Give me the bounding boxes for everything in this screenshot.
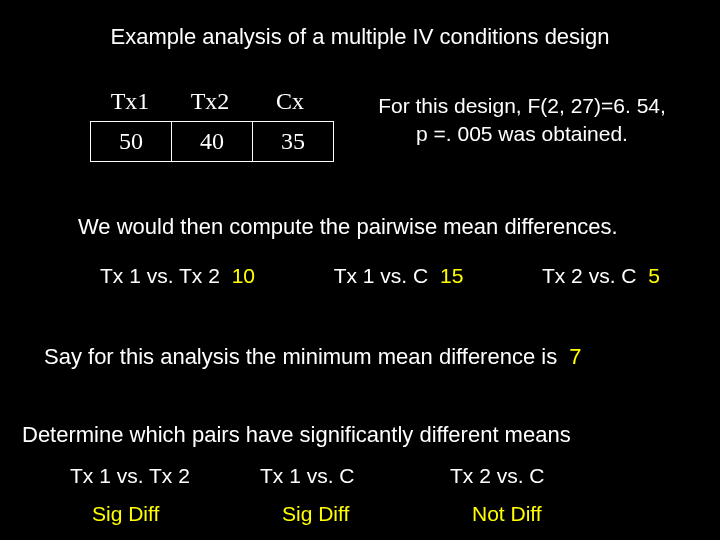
value-tx2: 40 <box>172 121 253 162</box>
min-mean-value: 7 <box>569 344 581 369</box>
pairwise-differences: Tx 1 vs. Tx 2 10 Tx 1 vs. C 15 Tx 2 vs. … <box>100 264 660 288</box>
value-tx1: 50 <box>90 121 172 162</box>
conditions-value-row: 50 40 35 <box>90 121 334 162</box>
conditions-header-row: Tx1 Tx2 Cx <box>90 86 334 121</box>
sig-col-1: Tx 1 vs. Tx 2 Sig Diff <box>70 464 260 526</box>
sig-label: Tx 1 vs. C <box>260 464 450 488</box>
sig-col-3: Tx 2 vs. C Not Diff <box>450 464 640 526</box>
f-stat-line2: p =. 005 was obtained. <box>362 120 682 148</box>
sig-result: Not Diff <box>450 502 640 526</box>
f-statistic-text: For this design, F(2, 27)=6. 54, p =. 00… <box>362 86 682 149</box>
top-row: Tx1 Tx2 Cx 50 40 35 For this design, F(2… <box>90 86 682 162</box>
header-tx1: Tx1 <box>90 86 170 121</box>
determine-line: Determine which pairs have significantly… <box>22 422 571 448</box>
conditions-table: Tx1 Tx2 Cx 50 40 35 <box>90 86 334 162</box>
pair-value: 15 <box>440 264 463 287</box>
pair-label: Tx 1 vs. Tx 2 <box>100 264 220 287</box>
header-tx2: Tx2 <box>170 86 250 121</box>
min-mean-text: Say for this analysis the minimum mean d… <box>44 344 557 369</box>
value-cx: 35 <box>253 121 334 162</box>
pair-tx1-c: Tx 1 vs. C 15 <box>334 264 464 288</box>
pair-tx1-tx2: Tx 1 vs. Tx 2 10 <box>100 264 255 288</box>
pair-value: 10 <box>232 264 255 287</box>
sig-col-2: Tx 1 vs. C Sig Diff <box>260 464 450 526</box>
sig-label: Tx 1 vs. Tx 2 <box>70 464 260 488</box>
pair-label: Tx 1 vs. C <box>334 264 429 287</box>
sig-result: Sig Diff <box>260 502 450 526</box>
pair-tx2-c: Tx 2 vs. C 5 <box>542 264 660 288</box>
pairwise-intro: We would then compute the pairwise mean … <box>78 214 618 240</box>
header-cx: Cx <box>250 86 330 121</box>
slide: Example analysis of a multiple IV condit… <box>0 0 720 540</box>
slide-title: Example analysis of a multiple IV condit… <box>0 24 720 50</box>
significance-row: Tx 1 vs. Tx 2 Sig Diff Tx 1 vs. C Sig Di… <box>70 464 650 526</box>
min-mean-diff-line: Say for this analysis the minimum mean d… <box>44 344 582 370</box>
sig-label: Tx 2 vs. C <box>450 464 640 488</box>
sig-result: Sig Diff <box>70 502 260 526</box>
f-stat-line1: For this design, F(2, 27)=6. 54, <box>362 92 682 120</box>
pair-label: Tx 2 vs. C <box>542 264 637 287</box>
pair-value: 5 <box>648 264 660 287</box>
